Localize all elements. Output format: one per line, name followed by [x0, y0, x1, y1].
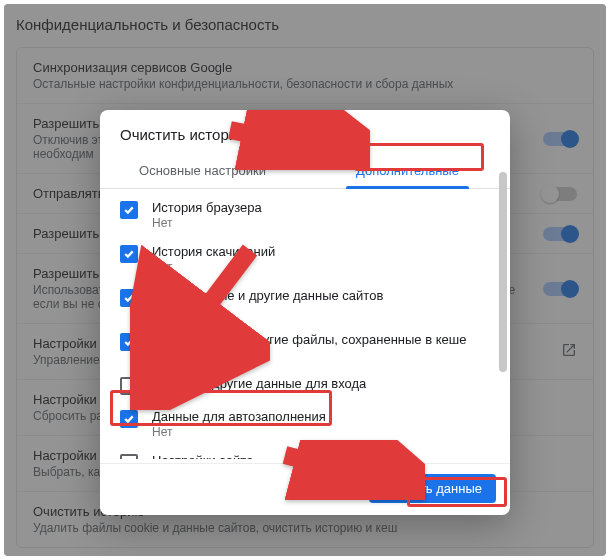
clear-data-item[interactable]: Изображения и другие файлы, сохраненные …: [116, 325, 502, 369]
item-label: Данные для автозаполнения: [152, 409, 326, 424]
checkbox[interactable]: [120, 201, 138, 219]
item-label: Настройки сайта: [152, 453, 253, 459]
checkbox[interactable]: [120, 377, 138, 395]
clear-data-list[interactable]: История браузераНетИстория скачиванийНет…: [100, 189, 510, 459]
clear-data-button[interactable]: Удалить данные: [369, 474, 496, 503]
dialog-buttons: Отмена Удалить данные: [100, 463, 510, 503]
checkbox[interactable]: [120, 410, 138, 428]
clear-data-item[interactable]: Файлы cookie и другие данные сайтовС 3 с…: [116, 281, 502, 325]
clear-data-item[interactable]: История скачиванийНет: [116, 237, 502, 281]
item-label: Пароли и другие данные для входа: [152, 376, 366, 391]
item-label: Изображения и другие файлы, сохраненные …: [152, 332, 466, 347]
tab-advanced[interactable]: Дополнительные: [305, 153, 510, 188]
dialog-title: Очистить историю: [100, 126, 510, 153]
item-label: Файлы cookie и другие данные сайтов: [152, 288, 383, 303]
checkbox[interactable]: [120, 245, 138, 263]
scrollbar-thumb[interactable]: [499, 189, 507, 372]
clear-data-item[interactable]: Пароли и другие данные для входа: [116, 369, 502, 402]
item-detail: С 3 сайтов: [152, 304, 383, 318]
dialog-tabs: Основные настройки Дополнительные: [100, 153, 510, 189]
item-detail: Менее 19 МБ: [152, 348, 466, 362]
tab-basic[interactable]: Основные настройки: [100, 153, 305, 188]
item-detail: Нет: [152, 260, 275, 274]
clear-data-item[interactable]: Данные для автозаполненияНет: [116, 402, 502, 446]
item-label: История браузера: [152, 200, 262, 215]
checkbox[interactable]: [120, 333, 138, 351]
clear-data-item[interactable]: Настройки сайтаНет: [116, 446, 502, 459]
item-detail: Нет: [152, 216, 262, 230]
item-label: История скачиваний: [152, 244, 275, 259]
cancel-button[interactable]: Отмена: [286, 474, 361, 503]
modal-overlay: Очистить историю Основные настройки Допо…: [4, 4, 606, 556]
checkbox[interactable]: [120, 454, 138, 459]
clear-data-item[interactable]: История браузераНет: [116, 193, 502, 237]
clear-history-dialog: Очистить историю Основные настройки Допо…: [100, 110, 510, 515]
checkbox[interactable]: [120, 289, 138, 307]
item-detail: Нет: [152, 425, 326, 439]
